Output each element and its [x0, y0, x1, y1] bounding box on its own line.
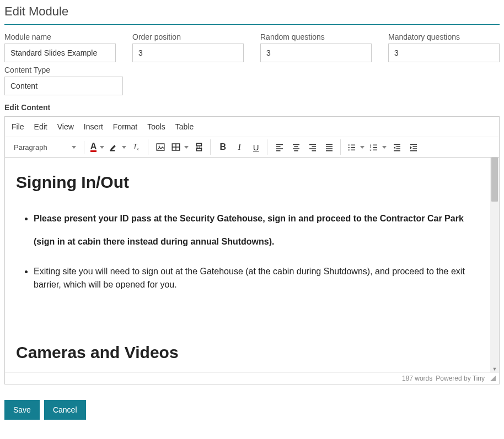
editor-toolbar: Paragraph A Tx — [5, 137, 499, 158]
editor-content-area[interactable]: Signing In/Out Please present your ID pa… — [5, 158, 490, 372]
editor-menubar: File Edit View Insert Format Tools Table — [5, 117, 499, 137]
menu-edit[interactable]: Edit — [34, 122, 47, 131]
clear-formatting-button[interactable]: Tx — [129, 139, 144, 155]
field-content-type: Content Type — [4, 66, 123, 95]
clear-format-icon: Tx — [132, 142, 142, 152]
outdent-icon — [392, 142, 402, 152]
insert-table-button[interactable] — [169, 139, 190, 155]
align-justify-icon — [324, 142, 334, 152]
svg-rect-0 — [110, 150, 115, 151]
bullet-list-icon — [347, 142, 357, 152]
menu-view[interactable]: View — [57, 122, 74, 131]
text-color-icon: A — [90, 143, 97, 152]
label-content-type: Content Type — [4, 66, 123, 74]
label-order-position: Order position — [132, 32, 244, 41]
field-order-position: Order position — [132, 32, 244, 62]
image-icon — [156, 142, 165, 152]
chevron-down-icon — [184, 146, 189, 149]
chevron-down-icon — [72, 146, 76, 149]
editor-scrollbar[interactable]: ▼ — [490, 158, 499, 372]
svg-point-31 — [348, 149, 350, 150]
table-icon — [171, 142, 181, 152]
content-bullet-2: Exiting site you will need to sign out a… — [34, 265, 479, 291]
page-break-icon — [194, 142, 204, 152]
scrollbar-down-button[interactable]: ▼ — [491, 366, 498, 372]
indent-button[interactable] — [406, 139, 421, 155]
content-list: Please present your ID pass at the Secur… — [16, 207, 479, 291]
wordcount[interactable]: 187 words — [402, 375, 432, 382]
italic-icon: I — [238, 142, 241, 152]
fields-row-1: Module name Order position Random questi… — [4, 32, 500, 62]
numbered-list-icon: 123 — [369, 142, 379, 152]
format-select[interactable]: Paragraph — [9, 141, 81, 154]
input-mandatory-questions[interactable] — [388, 44, 500, 62]
page-break-button[interactable] — [191, 139, 207, 155]
menu-tools[interactable]: Tools — [147, 122, 165, 131]
align-right-icon — [308, 142, 318, 152]
menu-table[interactable]: Table — [175, 122, 194, 131]
bullet-list-button[interactable] — [345, 139, 366, 155]
menu-insert[interactable]: Insert — [84, 122, 103, 131]
chevron-down-icon — [360, 146, 364, 149]
highlight-icon — [109, 142, 119, 152]
insert-image-button[interactable] — [153, 139, 168, 155]
powered-by: Powered by Tiny — [436, 375, 485, 382]
align-center-icon — [291, 142, 301, 152]
input-module-name[interactable] — [4, 44, 116, 62]
align-left-button[interactable] — [272, 139, 287, 155]
underline-button[interactable]: U — [248, 139, 264, 155]
format-select-label: Paragraph — [14, 143, 47, 151]
align-center-button[interactable] — [288, 139, 304, 155]
svg-point-29 — [348, 147, 350, 148]
text-color-button[interactable]: A — [89, 139, 106, 155]
svg-text:x: x — [137, 147, 139, 151]
editor-body-wrap: Signing In/Out Please present your ID pa… — [5, 158, 499, 372]
field-mandatory-questions: Mandatory questions — [388, 32, 500, 62]
input-order-position[interactable] — [132, 44, 244, 62]
scrollbar-thumb[interactable] — [491, 158, 498, 202]
field-random-questions: Random questions — [260, 32, 372, 62]
input-random-questions[interactable] — [260, 44, 372, 62]
label-random-questions: Random questions — [260, 32, 372, 41]
menu-format[interactable]: Format — [113, 122, 137, 131]
chevron-down-icon — [100, 146, 104, 149]
bold-button[interactable]: B — [215, 139, 230, 155]
action-buttons: Save Cancel — [4, 400, 500, 420]
indent-icon — [409, 142, 419, 152]
svg-point-4 — [159, 145, 160, 147]
italic-button[interactable]: I — [232, 139, 247, 155]
edit-content-label: Edit Content — [4, 103, 500, 112]
align-right-button[interactable] — [305, 139, 320, 155]
page-title: Edit Module — [4, 4, 500, 25]
underline-icon: U — [253, 143, 259, 152]
label-module-name: Module name — [4, 32, 116, 41]
content-bullet-1: Please present your ID pass at the Secur… — [34, 207, 479, 253]
svg-rect-9 — [197, 148, 202, 151]
svg-rect-8 — [197, 143, 202, 146]
bold-icon: B — [220, 142, 227, 152]
input-content-type[interactable] — [4, 77, 123, 95]
field-module-name: Module name — [4, 32, 116, 62]
align-justify-button[interactable] — [321, 139, 337, 155]
resize-grip-icon[interactable] — [490, 376, 496, 381]
content-heading-2: Cameras and Videos — [16, 343, 479, 362]
content-heading-1: Signing In/Out — [16, 173, 479, 192]
numbered-list-button[interactable]: 123 — [367, 139, 388, 155]
fields-row-2: Content Type — [4, 66, 500, 95]
cancel-button[interactable]: Cancel — [44, 400, 86, 420]
label-mandatory-questions: Mandatory questions — [388, 32, 500, 41]
chevron-down-icon — [122, 146, 126, 149]
svg-text:3: 3 — [370, 148, 372, 151]
save-button[interactable]: Save — [4, 400, 40, 420]
editor-statusbar: 187 words Powered by Tiny — [5, 372, 499, 384]
editor-wrapper: File Edit View Insert Format Tools Table… — [4, 116, 500, 384]
menu-file[interactable]: File — [12, 122, 24, 131]
highlight-color-button[interactable] — [107, 139, 128, 155]
align-left-icon — [275, 142, 285, 152]
chevron-down-icon — [382, 146, 387, 149]
outdent-button[interactable] — [389, 139, 405, 155]
svg-point-27 — [348, 144, 350, 145]
